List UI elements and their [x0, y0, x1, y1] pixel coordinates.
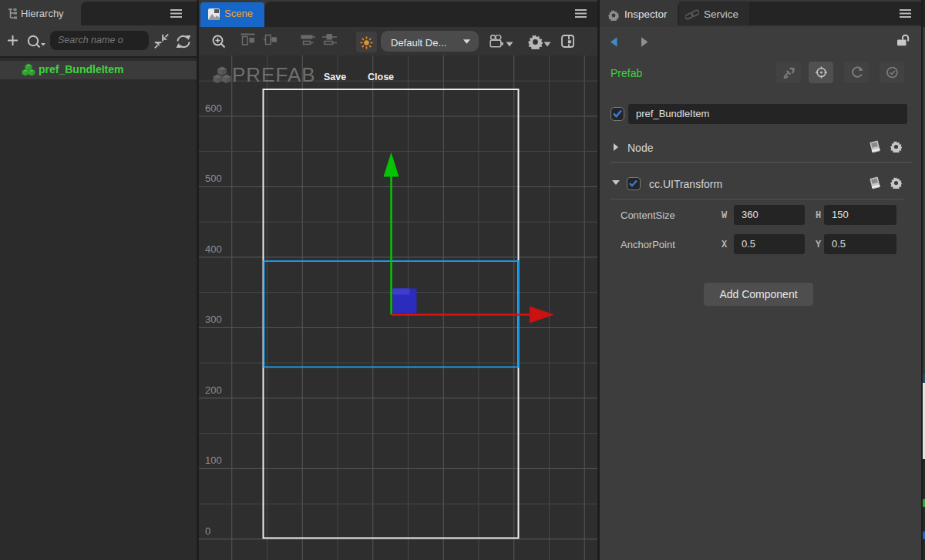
svg-text:200: 200 [205, 384, 222, 396]
svg-text:300: 300 [205, 314, 222, 325]
svg-text:600: 600 [205, 102, 222, 114]
svg-text:Save: Save [324, 72, 346, 82]
svg-text:100: 100 [205, 454, 222, 466]
svg-text:?: ? [792, 66, 796, 73]
svg-text:400: 400 [205, 243, 222, 255]
svg-text:Close: Close [368, 72, 394, 82]
svg-text:PREFAB: PREFAB [232, 63, 316, 86]
svg-text:0: 0 [205, 525, 210, 537]
svg-text:500: 500 [205, 173, 222, 184]
